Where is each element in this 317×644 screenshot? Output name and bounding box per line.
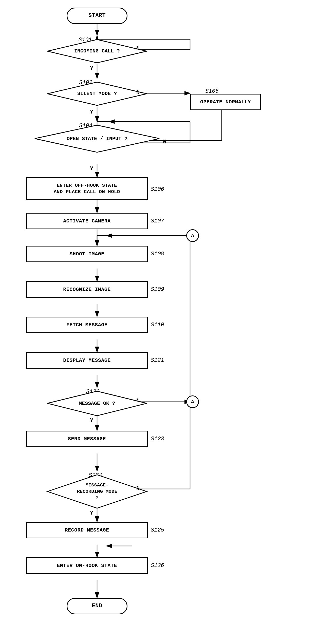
s102-y-label: Y <box>90 109 93 115</box>
s101-n-label: N <box>136 46 140 52</box>
s121-box: DISPLAY MESSAGE <box>26 352 148 369</box>
s104-text: OPEN STATE / INPUT ? <box>67 136 127 142</box>
s105-box: OPERATE NORMALLY <box>190 94 261 110</box>
s101-text: INCOMING CALL ? <box>74 48 120 54</box>
flowchart: START S101 INCOMING CALL ? N Y S102 SILE… <box>0 0 317 644</box>
s110-box: FETCH MESSAGE <box>26 317 148 333</box>
s104-n-label: N <box>163 139 166 145</box>
connector-a-top: A <box>186 229 199 242</box>
s109-label: S109 <box>151 286 164 293</box>
s104-diamond: OPEN STATE / INPUT ? <box>34 124 160 153</box>
s123-label: S123 <box>151 436 164 442</box>
s102-text: SILENT MODE ? <box>77 90 117 97</box>
s126-box: ENTER ON-HOOK STATE <box>26 557 148 574</box>
s124-n-label: N <box>136 485 140 491</box>
s106-label: S106 <box>151 186 164 193</box>
s124-text: MESSAGE- RECORDING MODE ? <box>77 482 117 501</box>
s125-label: S125 <box>151 527 164 533</box>
s104-y-label: Y <box>90 166 93 172</box>
connector-a-bottom: A <box>186 395 199 408</box>
s121-label: S121 <box>151 357 164 364</box>
start-node: START <box>67 8 127 24</box>
s109-box: RECOGNIZE IMAGE <box>26 281 148 298</box>
s101-diamond: INCOMING CALL ? <box>46 39 148 64</box>
s108-label: S108 <box>151 251 164 257</box>
s102-diamond: SILENT MODE ? <box>46 81 148 106</box>
s102-n-label: N <box>136 89 140 96</box>
s107-box: ACTIVATE CAMERA <box>26 213 148 229</box>
s106-box: ENTER OFF-HOOK STATE AND PLACE CALL ON H… <box>26 177 148 200</box>
s124-diamond: MESSAGE- RECORDING MODE ? <box>46 474 148 509</box>
s110-label: S110 <box>151 322 164 328</box>
s122-text: MESSAGE OK ? <box>79 400 115 407</box>
s107-label: S107 <box>151 218 164 224</box>
s126-label: S126 <box>151 562 164 569</box>
s124-y-label: Y <box>90 510 93 516</box>
s123-box: SEND MESSAGE <box>26 431 148 447</box>
s125-box: RECORD MESSAGE <box>26 522 148 538</box>
end-node: END <box>67 598 127 614</box>
s108-box: SHOOT IMAGE <box>26 246 148 262</box>
s101-y-label: Y <box>90 65 93 72</box>
s122-n-label: N <box>136 398 140 404</box>
s122-y-label: Y <box>90 418 93 424</box>
s122-diamond: MESSAGE OK ? <box>46 390 148 417</box>
